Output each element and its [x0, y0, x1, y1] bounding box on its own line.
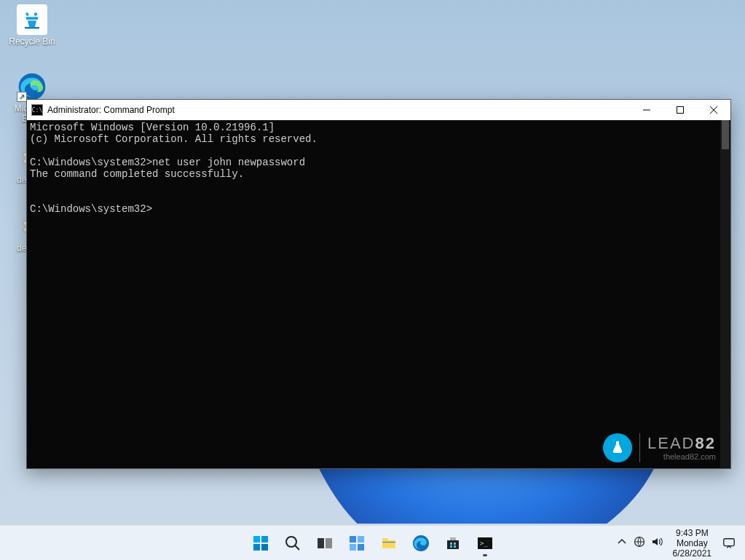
file-explorer-button[interactable] [374, 529, 403, 558]
clock-day: Monday [673, 538, 712, 548]
svg-rect-8 [261, 544, 268, 551]
svg-rect-12 [326, 538, 332, 548]
svg-rect-25 [724, 538, 734, 545]
desktop-icon-recycle-bin[interactable]: Recycle Bin [4, 4, 60, 47]
svg-rect-20 [450, 545, 452, 548]
close-button[interactable] [697, 100, 730, 120]
taskview-button[interactable] [310, 529, 339, 558]
taskbar-right: 9:43 PM Monday 6/28/2021 [612, 526, 741, 560]
svg-rect-15 [350, 544, 356, 551]
svg-rect-16 [358, 544, 364, 551]
svg-rect-21 [454, 545, 456, 548]
watermark: LEAD82 thelead82.com [603, 433, 716, 462]
terminal-area[interactable]: Microsoft Windows [Version 10.0.21996.1]… [27, 120, 730, 468]
edge-icon: ↗ [17, 71, 47, 102]
flask-icon [603, 433, 632, 462]
recycle-bin-icon [17, 4, 47, 35]
svg-point-9 [286, 537, 296, 547]
shortcut-overlay-icon: ↗ [17, 92, 27, 102]
svg-text:>_: >_ [480, 540, 488, 547]
clock-date: 6/28/2021 [673, 548, 712, 559]
svg-line-10 [295, 545, 299, 550]
edge-button[interactable] [406, 529, 435, 558]
svg-rect-14 [358, 536, 364, 543]
cmd-taskbar-button[interactable]: >_ [470, 529, 500, 558]
system-tray[interactable] [612, 536, 667, 550]
terminal-scrollbar[interactable] [720, 120, 730, 468]
titlebar[interactable]: C:\ Administrator: Command Prompt [27, 100, 730, 120]
svg-rect-5 [253, 536, 260, 543]
network-icon[interactable] [634, 536, 645, 550]
clock-time: 9:43 PM [673, 528, 712, 538]
desktop-icon-label: Recycle Bin [4, 36, 60, 47]
maximize-button[interactable] [663, 100, 697, 120]
watermark-brand: LEAD [647, 434, 695, 452]
cmd-icon: C:\ [31, 104, 43, 116]
svg-rect-7 [253, 544, 260, 551]
svg-rect-19 [454, 543, 456, 545]
watermark-brand-bold: 82 [695, 434, 716, 452]
window-title: Administrator: Command Prompt [47, 105, 175, 115]
store-button[interactable] [438, 529, 468, 558]
search-button[interactable] [278, 529, 307, 558]
svg-rect-11 [318, 538, 324, 548]
notifications-button[interactable] [717, 532, 741, 555]
svg-rect-6 [261, 536, 268, 543]
svg-rect-2 [677, 107, 684, 114]
watermark-site: thelead82.com [663, 453, 716, 461]
taskbar-center: >_ [246, 526, 500, 560]
command-prompt-window[interactable]: C:\ Administrator: Command Prompt Micros… [26, 99, 731, 469]
minimize-button[interactable] [630, 100, 663, 120]
volume-icon[interactable] [651, 536, 663, 550]
terminal-output: Microsoft Windows [Version 10.0.21996.1]… [30, 122, 318, 215]
taskbar[interactable]: >_ 9:43 PM Monday 6/28/2021 [0, 525, 745, 560]
svg-rect-13 [350, 536, 356, 543]
svg-rect-18 [450, 543, 452, 545]
taskbar-clock[interactable]: 9:43 PM Monday 6/28/2021 [673, 528, 712, 559]
start-button[interactable] [246, 529, 275, 558]
scrollbar-thumb[interactable] [722, 120, 729, 149]
widgets-button[interactable] [342, 529, 371, 558]
tray-overflow-button[interactable] [616, 536, 628, 550]
